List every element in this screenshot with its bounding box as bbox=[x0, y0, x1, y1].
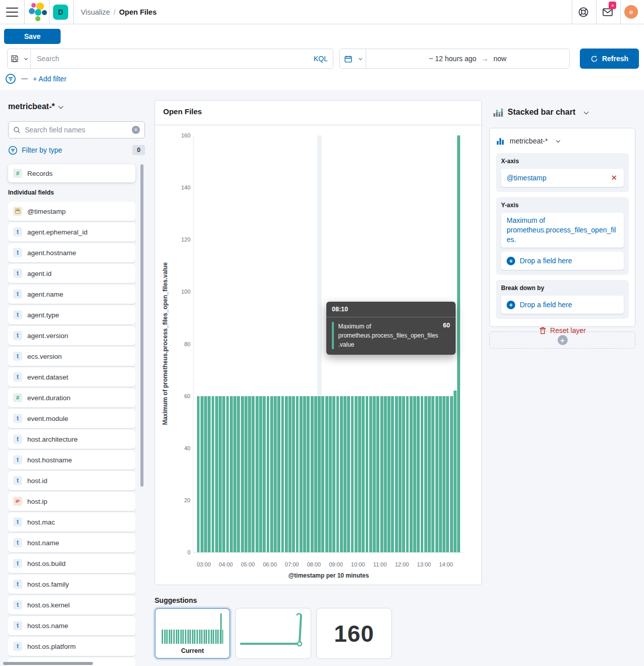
bar bbox=[274, 396, 277, 552]
field-item[interactable]: thost.os.kernel bbox=[8, 595, 135, 614]
field-label: ecs.version bbox=[27, 353, 62, 360]
suggestion-current[interactable]: Current bbox=[155, 608, 230, 659]
horizontal-scrollbar[interactable] bbox=[3, 662, 93, 665]
clear-search-icon[interactable] bbox=[132, 126, 140, 134]
saved-query-menu-button[interactable] bbox=[8, 49, 31, 68]
x-tick-label: 04:00 bbox=[219, 561, 233, 567]
query-bar: KQL bbox=[7, 49, 333, 69]
bar bbox=[222, 396, 225, 552]
bar bbox=[303, 396, 306, 552]
field-item[interactable]: tevent.module bbox=[8, 409, 135, 428]
field-item[interactable]: thost.os.name bbox=[8, 616, 135, 635]
field-item[interactable]: thost.os.platform bbox=[8, 637, 135, 656]
user-avatar[interactable]: e bbox=[624, 5, 638, 19]
field-item[interactable]: thost.hostname bbox=[8, 450, 135, 469]
layer-source-row[interactable]: metricbeat-* bbox=[496, 134, 629, 148]
bar bbox=[311, 396, 314, 552]
add-filter-button[interactable]: + Add filter bbox=[33, 75, 67, 83]
elastic-logo[interactable] bbox=[28, 3, 47, 22]
chevron-down-icon bbox=[584, 109, 589, 114]
field-item[interactable]: tagent.id bbox=[8, 264, 135, 283]
field-item[interactable]: IPhost.ip bbox=[8, 492, 135, 511]
field-item[interactable]: tagent.type bbox=[8, 305, 135, 324]
field-label: agent.version bbox=[27, 332, 68, 340]
metric-value: 160 bbox=[317, 608, 391, 658]
breakdown-drop-target[interactable]: Drop a field here bbox=[501, 296, 624, 314]
filter-pin-divider bbox=[21, 78, 28, 79]
field-item[interactable]: @timestamp bbox=[8, 202, 135, 221]
bar bbox=[325, 396, 328, 552]
breadcrumb-visualize[interactable]: Visualize bbox=[81, 8, 110, 16]
add-layer-button[interactable] bbox=[489, 331, 635, 349]
field-item[interactable]: thost.mac bbox=[8, 512, 135, 532]
divider bbox=[49, 0, 49, 24]
refresh-label: Refresh bbox=[602, 55, 628, 63]
field-item[interactable]: tagent.name bbox=[8, 284, 135, 304]
search-input[interactable] bbox=[31, 49, 309, 68]
y-tick-label: 160 bbox=[181, 132, 190, 138]
ip-type-icon: IP bbox=[13, 497, 22, 506]
field-item[interactable]: thost.id bbox=[8, 471, 135, 490]
space-avatar[interactable]: D bbox=[53, 5, 68, 20]
field-item[interactable]: thost.architecture bbox=[8, 430, 135, 449]
bar bbox=[241, 396, 244, 552]
vertical-scrollbar[interactable] bbox=[140, 164, 143, 487]
time-to[interactable]: now bbox=[493, 55, 507, 63]
filter-by-type-button[interactable]: Filter by type bbox=[22, 146, 128, 154]
x-axis-ticks: 03:0004:0005:0006:0007:0008:0009:0010:00… bbox=[196, 561, 461, 569]
layer-chart-icon bbox=[496, 136, 505, 146]
field-item[interactable]: tagent.version bbox=[8, 326, 135, 345]
field-item[interactable]: thost.name bbox=[8, 533, 135, 552]
bar bbox=[362, 396, 365, 552]
y-axis-title: Maximum of prometheus.process_files_open… bbox=[162, 262, 169, 425]
field-item[interactable]: thost.os.build bbox=[8, 554, 135, 573]
field-item[interactable]: tecs.version bbox=[8, 347, 135, 366]
chart-tooltip: 08:10 Maximum of prometheus.process_file… bbox=[326, 302, 456, 355]
help-button[interactable] bbox=[577, 6, 590, 19]
y-axis-dimension[interactable]: Maximum of prometheus.process_files_open… bbox=[501, 213, 624, 248]
string-type-icon: t bbox=[13, 414, 22, 423]
bar bbox=[256, 396, 259, 552]
divider bbox=[572, 0, 572, 24]
refresh-button[interactable]: Refresh bbox=[580, 49, 639, 69]
field-label: agent.type bbox=[27, 311, 59, 319]
suggestion-line-chart[interactable] bbox=[235, 608, 311, 659]
field-item[interactable]: #event.duration bbox=[8, 388, 135, 407]
save-button[interactable]: Save bbox=[4, 29, 61, 44]
field-search-input[interactable] bbox=[25, 126, 128, 134]
y-axis-title-wrap: Maximum of prometheus.process_files_open… bbox=[160, 135, 170, 552]
bar bbox=[413, 396, 416, 552]
time-from[interactable]: ~ 12 hours ago bbox=[429, 55, 476, 63]
field-item[interactable]: tagent.ephemeral_id bbox=[8, 222, 135, 242]
bar bbox=[384, 396, 387, 552]
records-label: Records bbox=[27, 170, 53, 177]
x-tick-label: 09:00 bbox=[329, 561, 343, 567]
time-range[interactable]: ~ 12 hours ago → now bbox=[366, 49, 569, 68]
field-label: host.id bbox=[27, 477, 47, 485]
chart-type-switcher[interactable]: Stacked bar chart bbox=[493, 107, 588, 117]
filter-icon[interactable] bbox=[5, 73, 16, 84]
y-axis-drop-target[interactable]: Drop a field here bbox=[501, 252, 624, 270]
x-axis-dimension[interactable]: @timestamp ✕ bbox=[501, 169, 624, 187]
remove-dimension-icon[interactable]: ✕ bbox=[610, 173, 618, 182]
bar bbox=[343, 396, 346, 552]
field-item[interactable]: thost.os.family bbox=[8, 575, 135, 594]
plus-circle-icon bbox=[507, 257, 515, 265]
kql-language-button[interactable]: KQL bbox=[309, 49, 333, 68]
x-tick-label: 07:00 bbox=[285, 561, 299, 567]
bar bbox=[450, 396, 453, 552]
x-tick-label: 08:00 bbox=[307, 561, 321, 567]
string-type-icon: t bbox=[13, 559, 22, 568]
panel-title: Open Files bbox=[163, 107, 202, 116]
menu-icon[interactable] bbox=[6, 7, 18, 18]
field-item[interactable]: tagent.hostname bbox=[8, 243, 135, 262]
quick-select-button[interactable] bbox=[340, 49, 366, 68]
drop-field-label: Drop a field here bbox=[520, 257, 572, 265]
bar bbox=[285, 396, 288, 552]
field-item[interactable]: tevent.dataset bbox=[8, 367, 135, 387]
bar bbox=[292, 396, 295, 552]
records-field[interactable]: # Records bbox=[8, 164, 135, 182]
suggestion-metric[interactable]: 160 bbox=[316, 608, 392, 659]
index-pattern-switcher[interactable]: metricbeat-* bbox=[8, 102, 63, 111]
field-label: agent.hostname bbox=[27, 249, 76, 257]
